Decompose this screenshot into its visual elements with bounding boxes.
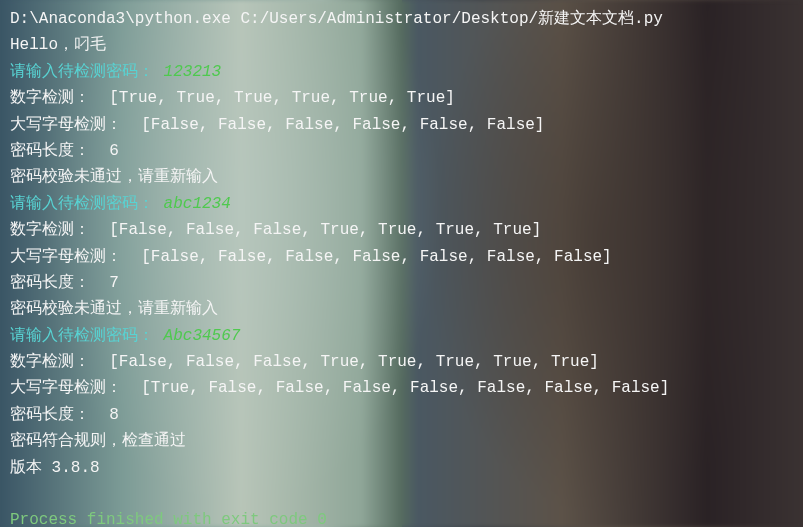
command-line: D:\Anaconda3\python.exe C:/Users/Adminis… xyxy=(10,6,793,32)
prompt-line-2: 请输入待检测密码： abc1234 xyxy=(10,191,793,217)
digit-check-line: 数字检测： [False, False, False, True, True, … xyxy=(10,217,793,243)
prompt-label: 请输入待检测密码： xyxy=(10,327,154,345)
validation-msg: 密码校验未通过，请重新输入 xyxy=(10,296,793,322)
validation-msg: 密码符合规则，检查通过 xyxy=(10,428,793,454)
console-output: D:\Anaconda3\python.exe C:/Users/Adminis… xyxy=(0,0,803,527)
user-input: Abc34567 xyxy=(164,327,241,345)
prompt-label: 请输入待检测密码： xyxy=(10,63,154,81)
upper-check-line: 大写字母检测： [True, False, False, False, Fals… xyxy=(10,375,793,401)
validation-msg: 密码校验未通过，请重新输入 xyxy=(10,164,793,190)
version-line: 版本 3.8.8 xyxy=(10,455,793,481)
user-input: abc1234 xyxy=(164,195,231,213)
upper-check-line: 大写字母检测： [False, False, False, False, Fal… xyxy=(10,244,793,270)
prompt-line-1: 请输入待检测密码： 123213 xyxy=(10,59,793,85)
prompt-label: 请输入待检测密码： xyxy=(10,195,154,213)
length-line: 密码长度： 7 xyxy=(10,270,793,296)
greeting-line: Hello，叼毛 xyxy=(10,32,793,58)
prompt-line-3: 请输入待检测密码： Abc34567 xyxy=(10,323,793,349)
digit-check-line: 数字检测： [True, True, True, True, True, Tru… xyxy=(10,85,793,111)
user-input: 123213 xyxy=(164,63,222,81)
digit-check-line: 数字检测： [False, False, False, True, True, … xyxy=(10,349,793,375)
exit-code-line: Process finished with exit code 0 xyxy=(10,507,793,527)
upper-check-line: 大写字母检测： [False, False, False, False, Fal… xyxy=(10,112,793,138)
blank-line xyxy=(10,481,793,507)
length-line: 密码长度： 6 xyxy=(10,138,793,164)
length-line: 密码长度： 8 xyxy=(10,402,793,428)
